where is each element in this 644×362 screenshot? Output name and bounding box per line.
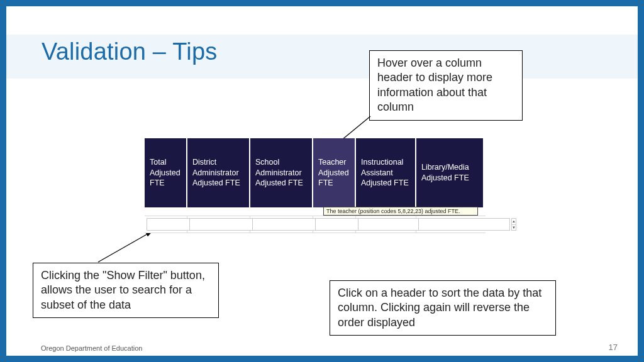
svg-line-1 [98, 231, 152, 262]
filter-cell: ▲▼ [250, 216, 313, 233]
spinner-up-icon[interactable]: ▲ [512, 219, 516, 225]
filter-cell: ▲▼ [187, 216, 250, 233]
spinner[interactable]: ▲▼ [511, 218, 516, 231]
spinner-down-icon[interactable]: ▼ [512, 225, 516, 231]
column-header-instructional-assistant[interactable]: Instructional Assistant Adjusted FTE [356, 138, 416, 207]
filter-row: ▲▼ ▲▼ ▲▼ ▲▼ ▲▼ ▲▼ [145, 216, 486, 233]
callout-sort-header: Click on a header to sort the data by th… [330, 280, 556, 336]
filter-cell: ▲▼ [416, 216, 483, 233]
column-header-school-admin[interactable]: School Administrator Adjusted FTE [250, 138, 313, 207]
column-header-library-media[interactable]: Library/Media Adjusted FTE [416, 138, 483, 207]
column-header-teacher[interactable]: Teacher Adjusted FTE [313, 138, 356, 207]
filter-cell: ▲▼ [145, 216, 187, 233]
callout-show-filter: Clicking the "Show Filter" button, allow… [33, 263, 219, 318]
title-band: Validation – Tips [6, 35, 638, 79]
page-title: Validation – Tips [42, 38, 217, 65]
page-number: 17 [609, 343, 618, 352]
table-header-row: Total Adjusted FTE District Administrato… [145, 138, 486, 207]
column-header-district-admin[interactable]: District Administrator Adjusted FTE [187, 138, 250, 207]
column-tooltip: The teacher (position codes 5,8,22,23) a… [323, 207, 478, 216]
column-header-table: Total Adjusted FTE District Administrato… [145, 138, 486, 233]
footer-organization: Oregon Department of Education [41, 344, 142, 352]
callout-hover-header: Hover over a column header to display mo… [369, 50, 523, 121]
filter-cell: ▲▼ [356, 216, 416, 233]
slide-frame: Validation – Tips Hover over a column he… [0, 0, 644, 362]
filter-cell: ▲▼ [313, 216, 356, 233]
column-header-total-fte[interactable]: Total Adjusted FTE [145, 138, 187, 207]
filter-input-library-media[interactable] [418, 218, 510, 231]
